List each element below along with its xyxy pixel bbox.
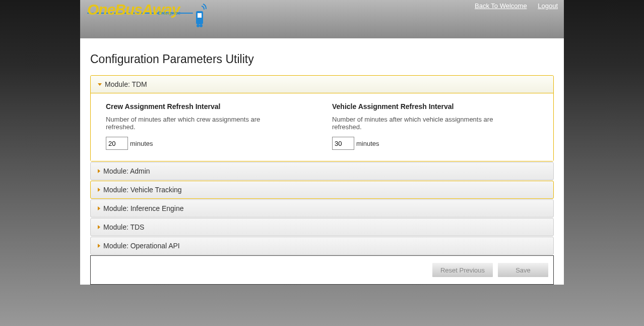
chevron-right-icon (98, 225, 100, 229)
module-tds: Module: TDS (90, 218, 554, 236)
app-container: OneBusAway Enterprise Back To Welcome Lo… (80, 0, 564, 285)
bus-icon (194, 3, 207, 30)
module-operational-api-header[interactable]: Module: Operational API (91, 237, 553, 254)
module-tdm-header[interactable]: Module: TDM (91, 76, 553, 93)
header-links: Back To Welcome Logout (466, 2, 558, 10)
param-vehicle-input-row: minutes (332, 137, 538, 150)
param-vehicle-title: Vehicle Assignment Refresh Interval (332, 102, 538, 111)
module-vehicle-tracking: Module: Vehicle Tracking (90, 181, 554, 199)
param-crew-unit: minutes (130, 140, 153, 147)
param-vehicle-refresh: Vehicle Assignment Refresh Interval Numb… (332, 102, 538, 150)
chevron-right-icon (98, 169, 100, 173)
module-admin-header[interactable]: Module: Admin (91, 162, 553, 180)
reset-previous-button[interactable]: Reset Previous (432, 263, 493, 277)
module-admin: Module: Admin (90, 162, 554, 180)
page-title: Configuration Parameters Utility (90, 52, 554, 66)
param-crew-title: Crew Assignment Refresh Interval (106, 102, 312, 111)
save-button[interactable]: Save (498, 263, 548, 277)
module-vehicle-tracking-header[interactable]: Module: Vehicle Tracking (91, 181, 553, 198)
svg-point-2 (197, 24, 200, 27)
logout-link[interactable]: Logout (538, 2, 558, 10)
chevron-down-icon (98, 83, 102, 86)
param-crew-input[interactable] (106, 137, 128, 150)
content: Configuration Parameters Utility Module:… (80, 38, 564, 285)
chevron-right-icon (98, 244, 100, 248)
module-admin-label: Module: Admin (103, 167, 150, 175)
svg-rect-1 (198, 13, 202, 18)
param-vehicle-desc: Number of minutes after which vehicle as… (332, 116, 513, 131)
param-crew-desc: Number of minutes after which crew assig… (106, 116, 287, 131)
param-vehicle-input[interactable] (332, 137, 354, 150)
module-inference-engine-header[interactable]: Module: Inference Engine (91, 200, 553, 217)
module-tdm: Module: TDM Crew Assignment Refresh Inte… (90, 75, 554, 161)
actions-bar: Reset Previous Save (90, 255, 554, 285)
module-tdm-label: Module: TDM (105, 80, 147, 88)
module-operational-api: Module: Operational API (90, 237, 554, 255)
module-inference-engine: Module: Inference Engine (90, 199, 554, 218)
module-tdm-body: Crew Assignment Refresh Interval Number … (91, 93, 553, 161)
logo: OneBusAway Enterprise (87, 1, 193, 16)
param-vehicle-unit: minutes (356, 140, 379, 147)
param-crew-input-row: minutes (106, 137, 312, 150)
svg-point-3 (200, 24, 203, 27)
chevron-right-icon (98, 188, 100, 192)
chevron-right-icon (98, 206, 100, 210)
module-vehicle-tracking-label: Module: Vehicle Tracking (103, 186, 182, 194)
back-to-welcome-link[interactable]: Back To Welcome (475, 2, 527, 10)
module-operational-api-label: Module: Operational API (103, 242, 180, 250)
module-inference-engine-label: Module: Inference Engine (103, 204, 184, 212)
header: OneBusAway Enterprise Back To Welcome Lo… (80, 0, 564, 38)
module-tds-header[interactable]: Module: TDS (91, 219, 553, 236)
module-tds-label: Module: TDS (103, 223, 144, 231)
param-crew-refresh: Crew Assignment Refresh Interval Number … (106, 102, 312, 150)
